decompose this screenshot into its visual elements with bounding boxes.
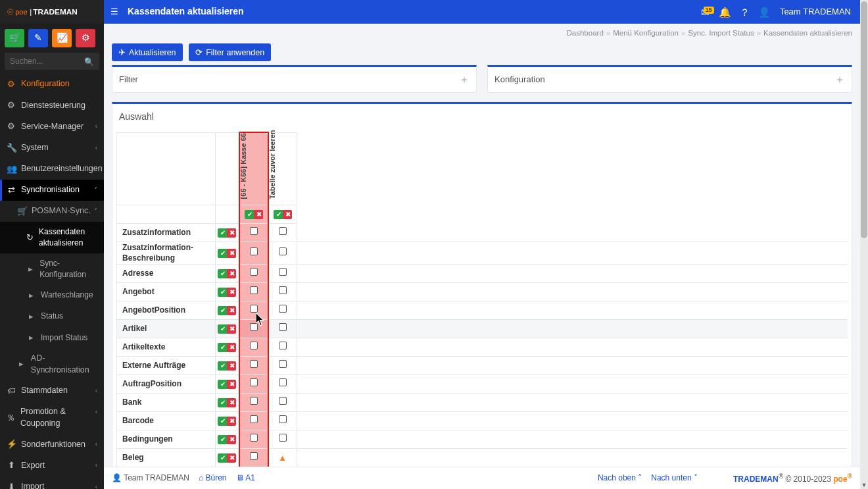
close-icon[interactable]: ✖	[227, 380, 236, 389]
select-all-pair[interactable]: ✔✖	[218, 435, 236, 444]
expand-icon[interactable]: ＋	[459, 72, 470, 87]
footer-code[interactable]: 🖥 A1	[236, 473, 255, 484]
scroll-top-button[interactable]: Nach oben ˄	[598, 473, 642, 484]
sidebar-item-warteschlange[interactable]: ▸Warteschlange	[0, 285, 104, 306]
select-all-pair[interactable]: ✔✖	[218, 288, 236, 297]
select-all-pair[interactable]: ✔✖	[218, 380, 236, 389]
check-icon[interactable]: ✔	[218, 435, 227, 444]
check-icon[interactable]: ✔	[218, 228, 227, 238]
sidebar-item-posman-sync-[interactable]: 🛒POSMAN-Sync.˅	[0, 201, 104, 222]
breadcrumb-item[interactable]: Sync. Import Status	[688, 29, 754, 37]
select-all-pair[interactable]: ✔✖	[218, 398, 236, 407]
breadcrumb-item[interactable]: Menü Konfiguration	[613, 29, 679, 37]
sidebar-item-stammdaten[interactable]: 🏷Stammdaten‹	[0, 380, 104, 401]
checkbox[interactable]	[250, 268, 258, 276]
check-icon[interactable]: ✔	[218, 417, 227, 426]
close-icon[interactable]: ✖	[227, 306, 236, 315]
close-icon[interactable]: ✖	[227, 288, 236, 297]
sidebar-item-system[interactable]: 🔧System‹	[0, 138, 104, 159]
sidebar-item-sonderfunktionen[interactable]: ⚡Sonderfunktionen‹	[0, 434, 104, 455]
close-icon[interactable]: ✖	[227, 269, 236, 278]
sidebar-item-benutzereinstellungen[interactable]: 👥Benutzereinstellungen‹	[0, 159, 104, 180]
checkbox[interactable]	[250, 452, 258, 460]
checkbox[interactable]	[250, 397, 258, 405]
expand-icon[interactable]: ＋	[834, 72, 845, 87]
sidebar-item-promotion-couponing[interactable]: ％Promotion & Couponing‹	[0, 401, 104, 434]
quick-button-2[interactable]: 📈	[52, 29, 72, 47]
checkbox[interactable]	[279, 434, 287, 442]
checkbox[interactable]	[279, 286, 287, 294]
quick-button-0[interactable]: 🛒	[5, 29, 24, 47]
select-all-pair[interactable]: ✔✖	[218, 324, 236, 334]
check-icon[interactable]: ✔	[218, 453, 227, 463]
check-icon[interactable]: ✔	[218, 398, 227, 407]
sidebar-item-import[interactable]: ⬇Import‹	[0, 476, 104, 489]
checkbox[interactable]	[279, 415, 287, 423]
close-icon[interactable]: ✖	[227, 453, 236, 463]
check-icon[interactable]: ✔	[218, 288, 227, 297]
close-icon[interactable]: ✖	[227, 435, 236, 444]
close-icon[interactable]: ✖	[227, 324, 236, 334]
sidebar-item-konfiguration[interactable]: ⚙Konfiguration	[0, 74, 104, 95]
user-icon[interactable]: 👤	[755, 5, 775, 19]
checkbox[interactable]	[250, 342, 258, 349]
scrollbar-thumb[interactable]	[861, 1, 867, 238]
sidebar-item-dienstesteuerung[interactable]: ⚙Dienstesteuerung	[0, 95, 104, 116]
refresh-button[interactable]: ✈Aktualisieren	[112, 43, 183, 61]
check-icon[interactable]: ✔	[218, 361, 227, 371]
close-icon[interactable]: ✖	[227, 417, 236, 426]
check-icon[interactable]: ✔	[218, 380, 227, 389]
checkbox[interactable]	[250, 323, 258, 331]
close-icon[interactable]: ✖	[254, 210, 263, 219]
help-icon[interactable]: ？	[735, 5, 755, 19]
sidebar-item-synchronisation[interactable]: ⇄Synchronisation˅	[0, 180, 104, 201]
select-all-pair[interactable]: ✔✖	[218, 306, 236, 315]
sidebar-item-ad-synchronisation[interactable]: ▸AD-Synchronisation	[0, 348, 104, 380]
checkbox[interactable]	[250, 305, 258, 313]
menu-toggle-icon[interactable]: ☰	[110, 6, 128, 18]
search-icon[interactable]: 🔍	[84, 57, 94, 68]
checkbox[interactable]	[250, 360, 258, 368]
checkbox[interactable]	[250, 415, 258, 423]
sidebar-item-status[interactable]: ▸Status	[0, 306, 104, 327]
checkbox[interactable]	[279, 378, 287, 386]
sidebar-item-sync-konfiguration[interactable]: ▸Sync-Konfiguration	[0, 253, 104, 285]
select-all-pair[interactable]: ✔✖	[245, 210, 263, 219]
breadcrumb-item[interactable]: Dashboard	[567, 29, 604, 37]
select-all-pair[interactable]: ✔✖	[218, 417, 236, 426]
checkbox[interactable]	[279, 342, 287, 349]
close-icon[interactable]: ✖	[227, 249, 236, 258]
scroll-bottom-button[interactable]: Nach unten ˅	[651, 473, 698, 484]
quick-button-3[interactable]: ⚙	[76, 29, 95, 47]
select-all-pair[interactable]: ✔✖	[218, 453, 236, 463]
check-icon[interactable]: ✔	[218, 324, 227, 334]
sidebar-item-import-status[interactable]: ▸Import Status	[0, 327, 104, 348]
close-icon[interactable]: ✖	[227, 343, 236, 352]
select-all-pair[interactable]: ✔✖	[218, 343, 236, 352]
select-all-pair[interactable]: ✔✖	[274, 210, 292, 219]
checkbox[interactable]	[279, 268, 287, 276]
select-all-pair[interactable]: ✔✖	[218, 361, 236, 371]
team-label[interactable]: Team TRADEMAN	[775, 6, 854, 18]
sidebar-item-kassendaten-aktualisieren[interactable]: ↻Kassendaten aktualisieren	[0, 222, 104, 253]
sidebar-item-export[interactable]: ⬆Export‹	[0, 455, 104, 476]
close-icon[interactable]: ✖	[283, 210, 292, 219]
checkbox[interactable]	[250, 247, 258, 255]
checkbox[interactable]	[279, 323, 287, 331]
checkbox[interactable]	[250, 378, 258, 386]
select-all-pair[interactable]: ✔✖	[218, 228, 236, 238]
close-icon[interactable]: ✖	[227, 228, 236, 238]
check-icon[interactable]: ✔	[218, 269, 227, 278]
checkbox[interactable]	[279, 227, 287, 235]
check-icon[interactable]: ✔	[218, 249, 227, 258]
apply-filter-button[interactable]: ⟳Filter anwenden	[189, 43, 271, 61]
select-all-pair[interactable]: ✔✖	[218, 249, 236, 258]
page-scrollbar[interactable]: ▲ ▼	[860, 0, 868, 489]
close-icon[interactable]: ✖	[227, 361, 236, 371]
checkbox[interactable]	[250, 227, 258, 235]
mail-icon[interactable]: ✉15	[696, 5, 715, 19]
check-icon[interactable]: ✔	[245, 210, 254, 219]
check-icon[interactable]: ✔	[218, 306, 227, 315]
checkbox[interactable]	[279, 360, 287, 368]
select-all-pair[interactable]: ✔✖	[218, 269, 236, 278]
